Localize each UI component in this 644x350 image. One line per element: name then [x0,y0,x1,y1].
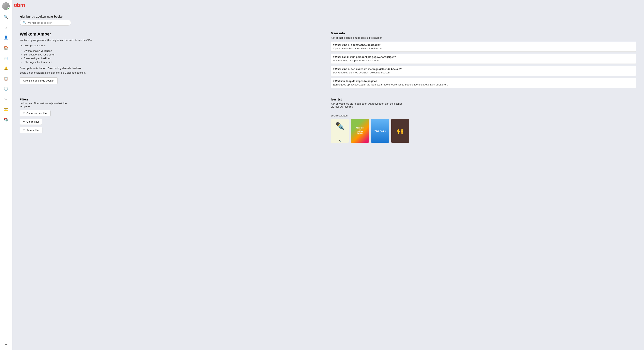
search-box: 🔍 [20,20,71,26]
auteur-filter-button[interactable]: ▼ Auteur filter [20,127,42,133]
book-card-2[interactable]: THANKS ★ EVERY THING [351,119,369,143]
welcome-on-page-label: Op deze pagina kunt u: [20,44,325,47]
meer-info-subtitle: Klik op het icoontje om de tekst uit te … [331,36,636,39]
info-box-1-question: ▾ Waar vind ik openstaande bedragen? [333,44,634,46]
info-box-4-question: ▾ Wat kan ik op de deposito pagina? [333,80,634,82]
list-item: Uitleengeschiedenis zien [24,60,325,64]
chart-icon: 📊 [4,56,8,60]
search-area: Hier kunt u zoeken naar boeken 🔍 [20,15,636,26]
meer-info-title: Meer info [331,32,636,35]
info-box-4-answer: Een tegoed op uw pas zetten via ideal wa… [333,83,634,86]
sidebar-item-card[interactable]: 💳 [3,106,9,112]
book-card-1[interactable]: ✒️ [331,119,349,143]
leeslijst-section: leeslijst Klik op voeg toe als je een bo… [331,98,636,108]
list-item: Reserveringen bekijken [24,57,325,60]
welcome-intro: Welkom op uw persoonlijke pagina van de … [20,39,325,42]
welcome-section: Welkom Amber Welkom op uw persoonlijke p… [20,32,325,90]
info-box-2[interactable]: ▾ Waar kan ik mijn persoonlijke gegevens… [331,54,636,64]
sidebar-item-person[interactable]: 👤 [3,34,9,41]
stack-icon: 📚 [4,118,8,122]
info-box-1-answer: Openstaande bedragen zijn via ideal te z… [333,47,634,50]
sidebar-item-heart[interactable]: ♡ [3,96,9,102]
filter-triangle-icon-2: ▼ [23,120,25,123]
card-icon: 💳 [4,107,8,112]
button-description: Druk op de witte button: Overzicht gelee… [20,67,325,70]
info-box-2-question: ▾ Waar kan ik mijn persoonlijke gegevens… [333,56,634,58]
sidebar-item-list[interactable]: 📋 [3,76,9,82]
logo: obm [14,2,25,8]
button-desc-button: Overzicht geleende boeken [48,67,81,70]
info-box-1[interactable]: ▾ Waar vind ik openstaande bedragen? Ope… [331,42,636,52]
info-box-2-answer: Dat kunt u bij mijn profiel kunt u dat z… [333,59,634,62]
books-row: ✒️ THANKS ★ EVERY THING Your Name 🙌 [331,119,636,143]
person-icon: 👤 [4,35,8,40]
list-icon: 📋 [4,76,8,81]
info-box-3-answer: Dat kunt u op de knop overzicht geleende… [333,71,634,74]
filters-title: Filters [20,98,325,101]
sidebar-item-stack[interactable]: 📚 [3,116,9,123]
logo-text: obm [14,2,25,8]
bell-icon: 🔔 [4,66,8,70]
onderwerpen-filter-button[interactable]: ▼ Onderwerpen filter [20,110,50,116]
avatar-online-badge [7,7,10,10]
filter-triangle-icon-1: ▼ [23,112,25,115]
welcome-list: Uw materialen verlengen Een boek of dvd … [20,49,325,64]
main-content: Hier kunt u zoeken naar boeken 🔍 Welkom … [12,0,644,350]
button-desc-suffix: Zodat u een overzicht kunt zien met de G… [20,71,325,74]
bottom-two-col: Filters druk op een filter met icoontje … [20,98,636,143]
list-item: Een boek of dvd reserveren [24,53,325,56]
logout-icon: ⇥ [4,342,8,347]
library-icon: 🏠 [4,46,8,50]
book-card-4[interactable]: 🙌 [391,119,409,143]
heart-icon: ♡ [4,97,8,101]
sidebar: 🔍 ⌂ 👤 🏠 📊 🔔 📋 🕐 ♡ 💳 📚 ⇥ [0,0,12,350]
book-2-text: THANKS ★ EVERY THING [356,127,364,135]
search-label: Hier kunt u zoeken naar boeken [20,15,636,18]
zoekresultaten-section: zoekresultaten ✒️ THANKS ★ EVERY THING Y… [331,114,636,143]
filter-triangle-icon-3: ▼ [23,129,25,132]
sidebar-item-clock[interactable]: 🕐 [3,86,9,92]
button-desc-prefix: Druk op de witte button: [20,67,48,70]
two-col-top: Welkom Amber Welkom op uw persoonlijke p… [20,32,636,90]
sidebar-item-bell[interactable]: 🔔 [3,65,9,72]
clock-icon: 🕐 [4,87,8,91]
leeslijst-title: leeslijst [331,98,636,101]
book-4-icon: 🙌 [397,128,404,134]
book-3-text: Your Name [374,130,386,132]
right-col: leeslijst Klik op voeg toe als je een bo… [331,98,636,143]
search-icon-inline: 🔍 [23,21,26,24]
avatar[interactable] [2,2,10,10]
search-icon: 🔍 [4,15,8,19]
sidebar-item-chart[interactable]: 📊 [3,55,9,61]
info-box-4[interactable]: ▾ Wat kan ik op de deposito pagina? Een … [331,78,636,88]
zoekresultaten-title: zoekresultaten [331,114,636,117]
info-box-3-question: ▾ Waar vind ik een overzicht met mijn ge… [333,68,634,70]
book-card-3[interactable]: Your Name [371,119,389,143]
filters-desc: druk op een filter met icoontje om het f… [20,102,325,108]
leeslijst-desc-1: Klik op voeg toe als je een boek wilt to… [331,102,636,105]
sidebar-item-search[interactable]: 🔍 [3,14,9,20]
sidebar-item-logout[interactable]: ⇥ [3,341,9,348]
meer-info-section: Meer info Klik op het icoontje om de tek… [331,32,636,90]
leeslijst-desc-2: zie hier uw leeslijst: [331,105,636,108]
home-icon: ⌂ [5,25,7,30]
welcome-title: Welkom Amber [20,32,325,37]
sidebar-item-library[interactable]: 🏠 [3,44,9,51]
info-box-3[interactable]: ▾ Waar vind ik een overzicht met mijn ge… [331,66,636,76]
search-input[interactable] [28,21,68,24]
sidebar-item-home[interactable]: ⌂ [3,24,9,30]
genre-filter-button[interactable]: ▼ Genre filter [20,119,42,125]
overview-borrowed-button[interactable]: Overzicht geleende boeken [20,78,58,84]
list-item: Uw materialen verlengen [24,49,325,52]
filters-section: Filters druk op een filter met icoontje … [20,98,325,143]
